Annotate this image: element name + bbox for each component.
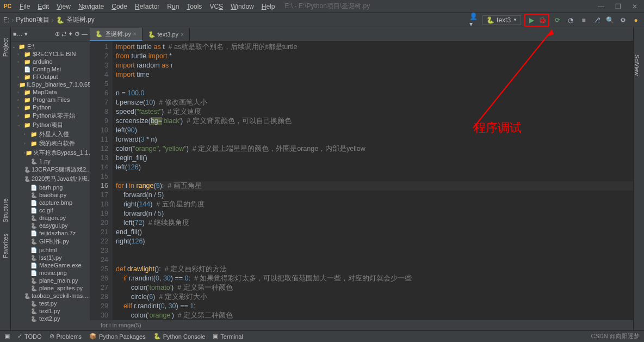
project-tool-tab[interactable]: Project: [2, 38, 9, 57]
tree-item[interactable]: ›火车抢票Bypass_1.1…: [11, 148, 90, 157]
tree-item[interactable]: ›Python从零开始: [11, 111, 90, 120]
code-crumb[interactable]: for i in range(5): [90, 320, 633, 330]
tree-item[interactable]: 2020黑马Java就业班…: [11, 174, 90, 184]
menu-tools[interactable]: Tools: [183, 2, 205, 11]
breadcrumb[interactable]: E: › Python项目 › 🐍 圣诞树.py: [3, 15, 95, 25]
tree-item[interactable]: ⌄Python项目: [11, 120, 90, 130]
debug-button[interactable]: 🐞: [537, 15, 547, 25]
tab-shengdanshu[interactable]: 🐍 圣诞树.py ×: [90, 28, 143, 41]
tree-item[interactable]: lss(1).py: [11, 254, 90, 261]
run-button[interactable]: ▶: [527, 15, 536, 25]
tree-item[interactable]: je.html: [11, 246, 90, 254]
tree-item[interactable]: easygui.py: [11, 222, 90, 229]
window-title: E:\ - E:\Python项目\圣诞树.py: [284, 2, 370, 11]
menu-help[interactable]: Help: [258, 2, 278, 11]
vcs-button[interactable]: ⎇: [592, 15, 602, 25]
tree-item[interactable]: feijidazhan.7z: [11, 229, 90, 237]
menu-file[interactable]: File: [16, 2, 33, 11]
pycharm-logo: PC: [3, 2, 12, 11]
tree-item[interactable]: cc.gif: [11, 206, 90, 214]
structure-tool-tab[interactable]: Structure: [2, 198, 9, 223]
maximize-button[interactable]: ❐: [612, 3, 624, 10]
main-menu: File Edit View Navigate Code Refactor Ru…: [16, 2, 278, 11]
menu-run[interactable]: Run: [164, 2, 182, 11]
python-packages-tool[interactable]: 📦 Python Packages: [89, 333, 146, 340]
menu-code[interactable]: Code: [108, 2, 131, 11]
tree-item[interactable]: ›MapData: [11, 88, 90, 96]
settings-icon[interactable]: ⚙: [618, 15, 628, 25]
menu-navigate[interactable]: Navigate: [75, 2, 107, 11]
breadcrumb-file[interactable]: 圣诞树.py: [66, 15, 95, 25]
tree-item[interactable]: ›Program Files: [11, 96, 90, 103]
tree-item[interactable]: biaobai.py: [11, 191, 90, 199]
tree-item[interactable]: taobao_seckill-mas…: [11, 292, 90, 300]
menu-refactor[interactable]: Refactor: [132, 2, 163, 11]
run-debug-group: ▶ 🐞: [524, 14, 549, 27]
search-everywhere-icon[interactable]: 🔍: [605, 15, 615, 25]
ide-errors-icon[interactable]: ●: [631, 15, 641, 25]
left-toolbar: Project Structure Favorites: [0, 27, 11, 330]
tree-item[interactable]: movie.png: [11, 269, 90, 277]
tree-item[interactable]: MazeGame.exe: [11, 261, 90, 269]
stop-button[interactable]: ■: [579, 15, 589, 25]
breadcrumb-folder[interactable]: Python项目: [16, 15, 49, 25]
tree-item[interactable]: ›外星人入侵: [11, 130, 90, 139]
tree-item[interactable]: text1.py: [11, 307, 90, 315]
right-toolbar: SciView: [633, 27, 644, 330]
breadcrumb-root[interactable]: E:: [3, 16, 9, 24]
tree-item[interactable]: Config.Msi: [11, 65, 90, 73]
sciview-tab[interactable]: SciView: [634, 27, 640, 76]
project-view-select[interactable]: ■… ▾: [13, 30, 28, 38]
tree-item[interactable]: ›我的表白软件: [11, 139, 90, 148]
tree-item[interactable]: test.py: [11, 300, 90, 307]
user-icon[interactable]: 👤▾: [469, 15, 479, 25]
coverage-button[interactable]: ⟳: [553, 15, 562, 25]
tree-item[interactable]: 1.py: [11, 157, 90, 165]
python-console-tool[interactable]: 🐍 Python Console: [153, 333, 206, 340]
tab-text3[interactable]: 🐍 text3.py ×: [143, 28, 190, 41]
tree-item[interactable]: capture.bmp: [11, 199, 90, 206]
tree-item[interactable]: plane_sprites.py: [11, 284, 90, 292]
minimize-button[interactable]: —: [595, 3, 608, 10]
run-configuration-select[interactable]: 🐍text3▼: [482, 15, 521, 25]
todo-tool[interactable]: ✓ TODO: [17, 333, 42, 340]
close-button[interactable]: ✕: [629, 3, 641, 10]
tree-item[interactable]: ›arduino: [11, 58, 90, 65]
menu-view[interactable]: View: [53, 2, 74, 11]
editor-tabs: 🐍 圣诞树.py × 🐍 text3.py ×: [90, 27, 633, 41]
tree-item[interactable]: barh.png: [11, 184, 90, 191]
code-editor[interactable]: 1234567891011121314151617181920212223242…: [90, 41, 633, 320]
project-tree: ■… ▾ ⊕ ⇄ ✦ ⚙ — ⌄E:\›$RECYCLE.BIN›arduino…: [11, 27, 90, 330]
tree-item[interactable]: GIF制作.py: [11, 237, 90, 246]
tree-item[interactable]: ›FFOutput: [11, 73, 90, 81]
tree-item[interactable]: plane_main.py: [11, 277, 90, 284]
menu-window[interactable]: Window: [227, 2, 257, 11]
profile-button[interactable]: ◔: [566, 15, 575, 25]
show-tool-windows-icon[interactable]: ▣: [4, 333, 10, 340]
tree-item[interactable]: ›$RECYCLE.BIN: [11, 50, 90, 58]
terminal-tool[interactable]: ▣ Terminal: [213, 333, 243, 340]
tree-item[interactable]: ›Python: [11, 103, 90, 111]
tree-item[interactable]: dragon.py: [11, 214, 90, 222]
tree-item[interactable]: ›ILSpy_binaries_7.1.0.65…: [11, 81, 90, 88]
menu-edit[interactable]: Edit: [34, 2, 52, 11]
watermark: CSDN @向阳逐梦: [591, 332, 640, 340]
tree-item[interactable]: 13CRAPS赌博游戏2.…: [11, 165, 90, 174]
tree-item[interactable]: text2.py: [11, 315, 90, 322]
menu-vcs[interactable]: VCS: [206, 2, 226, 11]
problems-tool[interactable]: ⊘ Problems: [49, 333, 82, 340]
favorites-tool-tab[interactable]: Favorites: [2, 234, 9, 258]
